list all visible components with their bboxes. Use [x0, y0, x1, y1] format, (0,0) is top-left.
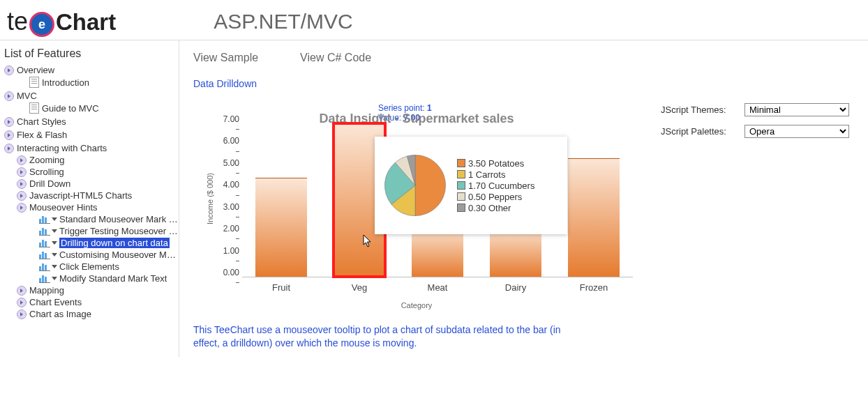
sidebar-heading: List of Features — [4, 47, 179, 60]
tree-node[interactable]: Zooming — [17, 154, 179, 166]
tree-node-label: Guide to MVC — [42, 103, 99, 114]
sample-description: This TeeChart use a mouseover tooltip to… — [193, 323, 584, 350]
dropdown-icon — [52, 217, 57, 221]
dropdown-icon — [52, 277, 57, 280]
tree-node-label: Introduction — [42, 77, 89, 88]
palettes-label: JScript Palettes: — [661, 126, 744, 137]
tree-node-label: Chart as Image — [29, 309, 91, 319]
tree-node-label: Chart Styles — [17, 116, 66, 127]
y-tick: 1.00 — [218, 246, 239, 266]
tree-node[interactable]: Mapping — [17, 284, 179, 296]
tree-node[interactable]: Drilling down on chart data — [29, 237, 179, 249]
tree-node[interactable]: Scrolling — [17, 166, 179, 178]
legend-label: 0.30 Other — [468, 203, 511, 213]
pie-legend: 3.50 Potatoes1 Carrots1.70 Cucumbers0.50… — [457, 158, 534, 214]
chart-controls: JScript Themes: Minimal JScript Palettes… — [661, 103, 849, 146]
pie-slice-potatoes — [415, 155, 446, 215]
tree-node-label: Trigger Testing Mouseover Marks — [59, 226, 179, 236]
tree-node[interactable]: Guide to MVC — [17, 102, 179, 114]
tree-node-label: Chart Events — [29, 297, 82, 307]
circle-arrow-icon — [17, 155, 27, 165]
tree-node[interactable]: Chart as Image — [17, 308, 179, 320]
logo-text-prefix: te — [7, 7, 28, 36]
y-axis-label: Income ($ 000) — [206, 173, 214, 224]
circle-arrow-icon — [17, 203, 27, 213]
tree-node[interactable]: Trigger Testing Mouseover Marks — [29, 225, 179, 237]
circle-arrow-icon — [17, 286, 27, 296]
circle-arrow-icon — [17, 191, 27, 201]
tree-node[interactable]: MVC — [4, 90, 179, 102]
tree-node[interactable]: Introduction — [17, 76, 179, 89]
y-tick: 4.00 — [218, 180, 239, 199]
bar-chart[interactable]: Series point: 1 Value: 7.00 Data Insight… — [193, 103, 640, 312]
legend-swatch — [457, 159, 465, 167]
tree-node[interactable]: Interacting with Charts — [4, 142, 179, 154]
tree-node-label: MVC — [17, 91, 37, 101]
legend-swatch — [457, 192, 465, 201]
chart-thumb-icon — [39, 227, 50, 236]
x-tick: Veg — [320, 282, 398, 293]
y-tick: 7.00 — [218, 114, 239, 134]
tree-node-label: Overview — [17, 65, 54, 75]
tree-node-label: Interacting with Charts — [17, 143, 107, 153]
tree-node[interactable]: Modify Standard Mark Text — [29, 273, 179, 284]
logo-e-icon: e — [29, 12, 54, 37]
chart-thumb-icon — [39, 238, 50, 247]
palettes-select[interactable]: Opera — [744, 125, 849, 138]
legend-label: 3.50 Potatoes — [468, 158, 524, 169]
sidebar: List of Features OverviewIntroductionMVC… — [0, 40, 179, 357]
legend-swatch — [457, 181, 465, 190]
tree-node-label: Standard Mouseover Mark Forma — [59, 214, 179, 224]
circle-arrow-icon — [4, 66, 14, 75]
tree-node-label: Drilling down on chart data — [59, 238, 170, 248]
sample-title: Data Drilldown — [193, 78, 854, 89]
circle-arrow-icon — [4, 130, 14, 140]
themes-select[interactable]: Minimal — [744, 103, 849, 116]
circle-arrow-icon — [17, 179, 27, 189]
tree-node[interactable]: Customising Mouseover Marks — [29, 249, 179, 261]
tab-view-code[interactable]: View C# Code — [300, 52, 371, 64]
tree-node-label: Mapping — [29, 285, 64, 296]
tree-node[interactable]: Chart Styles — [4, 116, 179, 128]
document-icon — [29, 102, 39, 114]
circle-arrow-icon — [4, 91, 14, 101]
chart-thumb-icon — [39, 262, 50, 271]
pie-tooltip: 3.50 Potatoes1 Carrots1.70 Cucumbers0.50… — [375, 137, 567, 234]
tab-view-sample[interactable]: View Sample — [193, 52, 258, 64]
y-tick: 6.00 — [218, 136, 239, 155]
legend-label: 0.50 Peppers — [468, 192, 522, 202]
pie-chart — [380, 151, 450, 220]
logo: te e Chart — [7, 7, 116, 36]
circle-arrow-icon — [4, 117, 14, 127]
pie-legend-row: 1 Carrots — [457, 169, 534, 180]
pie-legend-row: 0.30 Other — [457, 203, 534, 213]
feature-tree: OverviewIntroductionMVCGuide to MVCChart… — [4, 64, 179, 320]
tree-node[interactable]: Javascript-HTML5 Charts — [17, 190, 179, 201]
tree-node-label: Mouseover Hints — [29, 202, 98, 213]
chart-thumb-icon — [39, 215, 50, 224]
tree-node-label: Customising Mouseover Marks — [59, 250, 179, 260]
y-tick: 3.00 — [218, 202, 239, 222]
x-tick: Dairy — [477, 282, 555, 293]
y-tick: 5.00 — [218, 158, 239, 178]
tree-node[interactable]: Standard Mouseover Mark Forma — [29, 213, 179, 225]
tree-node[interactable]: Mouseover Hints — [17, 201, 179, 213]
legend-label: 1 Carrots — [468, 169, 505, 180]
tree-node[interactable]: Click Elements — [29, 261, 179, 273]
page-title: ASP.NET/MVC — [214, 10, 353, 33]
tree-node[interactable]: Chart Events — [17, 296, 179, 308]
tree-node-label: Modify Standard Mark Text — [59, 273, 167, 284]
circle-arrow-icon — [17, 309, 27, 319]
tree-node-label: Scrolling — [29, 167, 64, 177]
tree-node[interactable]: Flex & Flash — [4, 129, 179, 141]
legend-label: 1.70 Cucumbers — [468, 181, 534, 191]
tree-node-label: Flex & Flash — [17, 130, 67, 140]
tree-node[interactable]: Drill Down — [17, 178, 179, 190]
tree-node[interactable]: Overview — [4, 64, 179, 76]
bar-fruit[interactable] — [255, 178, 307, 277]
legend-swatch — [457, 204, 465, 212]
logo-text-suffix: Chart — [56, 9, 116, 36]
x-axis-label: Category — [193, 301, 640, 309]
bar-frozen[interactable] — [568, 158, 620, 277]
x-tick: Meat — [398, 282, 477, 293]
